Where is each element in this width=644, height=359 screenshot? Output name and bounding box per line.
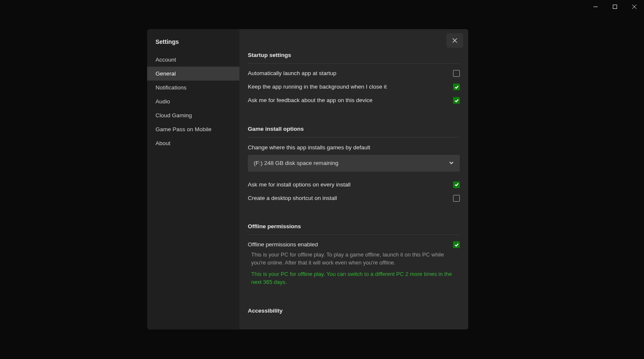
label-keep-running: Keep the app running in the background w… [248,83,386,91]
label-change-location: Change where this app installs games by … [248,144,460,151]
close-dialog-button[interactable] [446,33,463,48]
label-desktop-shortcut: Create a desktop shortcut on install [248,194,337,202]
section-title-offline: Offline permissions [248,223,460,235]
section-title-startup: Startup settings [248,52,460,64]
row-offline-enabled: Offline permissions enabled [248,235,460,248]
dropdown-install-drive[interactable]: (F:) 248 GB disk space remaining [248,155,460,172]
sidebar-item-audio[interactable]: Audio [147,94,239,108]
label-ask-install-options: Ask me for install options on every inst… [248,181,351,189]
row-auto-launch: Automatically launch app at startup [248,64,460,77]
sidebar-item-notifications[interactable]: Notifications [147,81,239,94]
sidebar-title: Settings [147,37,239,53]
close-window-button[interactable] [625,0,644,13]
checkbox-auto-launch[interactable] [453,70,460,77]
sidebar-item-cloud-gaming[interactable]: Cloud Gaming [147,108,239,122]
sidebar-item-about[interactable]: About [147,136,239,150]
sidebar-item-general[interactable]: General [147,67,239,81]
maximize-button[interactable] [605,0,625,13]
checkbox-keep-running[interactable] [453,84,460,90]
checkbox-ask-install-options[interactable] [453,181,460,188]
section-accessibility: Accessibility [248,286,460,314]
row-feedback: Ask me for feedback about the app on thi… [248,91,460,104]
section-install: Game install options Change where this a… [248,105,460,202]
minimize-button[interactable] [586,0,605,13]
label-feedback: Ask me for feedback about the app on thi… [248,97,373,104]
settings-sidebar: Settings Account General Notifications A… [147,29,239,329]
row-ask-install-options: Ask me for install options on every inst… [248,175,460,189]
row-desktop-shortcut: Create a desktop shortcut on install [248,189,460,202]
row-keep-running: Keep the app running in the background w… [248,77,460,91]
svg-rect-1 [613,5,617,9]
section-title-install: Game install options [248,126,460,138]
dropdown-install-drive-value: (F:) 248 GB disk space remaining [254,160,338,166]
section-title-accessibility: Accessibility [248,308,460,314]
sidebar-item-account[interactable]: Account [147,53,239,67]
section-offline: Offline permissions Offline permissions … [248,202,460,286]
window-controls [586,0,644,13]
section-startup: Startup settings Automatically launch ap… [248,29,460,105]
settings-content: Startup settings Automatically launch ap… [239,29,468,329]
offline-status-text: This is your PC for offline play. You ca… [248,267,460,286]
sidebar-item-game-pass-mobile[interactable]: Game Pass on Mobile [147,122,239,136]
label-offline-enabled: Offline permissions enabled [248,241,318,248]
checkbox-desktop-shortcut[interactable] [453,195,460,202]
settings-dialog: Settings Account General Notifications A… [147,29,468,329]
checkbox-offline-enabled[interactable] [453,241,460,248]
label-auto-launch: Automatically launch app at startup [248,70,336,77]
checkbox-feedback[interactable] [453,97,460,104]
offline-help-text: This is your PC for offline play. To pla… [248,248,460,267]
chevron-down-icon [449,159,454,167]
